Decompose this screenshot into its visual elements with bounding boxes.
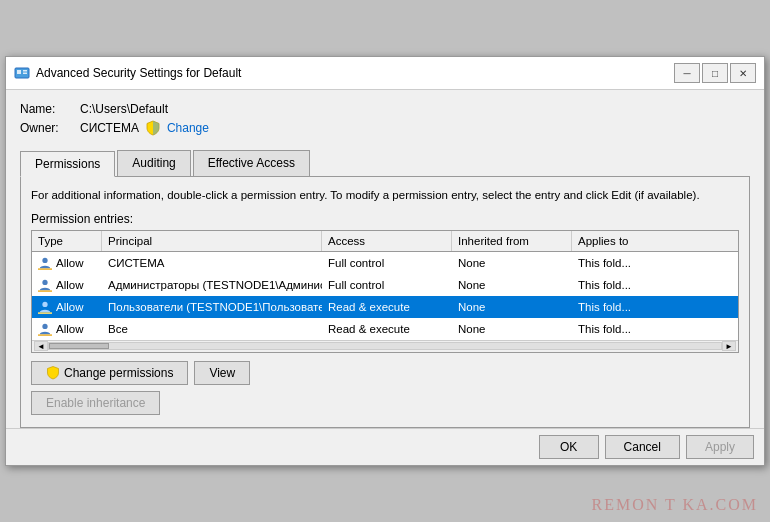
window-title: Advanced Security Settings for Default [36,66,674,80]
svg-point-5 [42,279,47,284]
row3-applies: This fold... [572,296,672,318]
perm-entries-label: Permission entries: [31,212,739,226]
window-controls: ─ □ ✕ [674,63,756,83]
row2-access: Full control [322,274,452,296]
table-row[interactable]: Allow Пользователи (TESTNODE1\Пользовате… [32,296,738,318]
enable-inheritance-row: Enable inheritance [31,391,739,421]
cancel-button[interactable]: Cancel [605,435,680,459]
scroll-right-arrow[interactable]: ► [722,341,736,351]
horizontal-scrollbar[interactable]: ◄ ► [32,340,738,352]
permissions-table: Type Principal Access Inherited from App… [31,230,739,353]
user-icon [38,322,52,336]
table-row[interactable]: Allow Администраторы (TESTNODE1\Админист… [32,274,738,296]
row4-principal: Все [102,318,322,340]
ok-button[interactable]: OK [539,435,599,459]
user-icon [38,278,52,292]
owner-section: СИСТЕМА Change [80,120,209,136]
minimize-button[interactable]: ─ [674,63,700,83]
bottom-buttons: Change permissions View [31,353,739,391]
scroll-left-arrow[interactable]: ◄ [34,341,48,351]
row2-principal: Администраторы (TESTNODE1\Администраторы… [102,274,322,296]
row4-applies: This fold... [572,318,672,340]
svg-rect-1 [17,70,21,74]
apply-button[interactable]: Apply [686,435,754,459]
row3-access: Read & execute [322,296,452,318]
enable-inheritance-button[interactable]: Enable inheritance [31,391,160,415]
table-row[interactable]: Allow Все Read & execute None This fold.… [32,318,738,340]
maximize-button[interactable]: □ [702,63,728,83]
svg-rect-3 [23,73,27,75]
table-body: Allow СИСТЕМА Full control None This fol… [32,252,738,340]
row4-inherited: None [452,318,572,340]
main-window: Advanced Security Settings for Default ─… [5,56,765,465]
row3-inherited: None [452,296,572,318]
row3-type: Allow [32,296,102,318]
shield-icon [145,120,161,136]
tab-permissions[interactable]: Permissions [20,151,115,177]
col-inherited: Inherited from [452,231,572,251]
tab-effective-access[interactable]: Effective Access [193,150,310,176]
tab-content-permissions: For additional information, double-click… [20,176,750,427]
window-content: Name: C:\Users\Default Owner: СИСТЕМА Ch… [6,90,764,427]
change-permissions-button[interactable]: Change permissions [31,361,188,385]
col-principal: Principal [102,231,322,251]
name-value: C:\Users\Default [80,102,168,116]
owner-value: СИСТЕМА [80,121,139,135]
svg-point-6 [42,301,47,306]
col-type: Type [32,231,102,251]
svg-point-4 [42,257,47,262]
col-applies: Applies to [572,231,672,251]
row1-access: Full control [322,252,452,274]
dialog-footer: OK Cancel Apply [6,428,764,465]
row2-inherited: None [452,274,572,296]
shield-small-icon [46,366,60,380]
row2-applies: This fold... [572,274,672,296]
tab-auditing[interactable]: Auditing [117,150,190,176]
table-header: Type Principal Access Inherited from App… [32,231,738,252]
title-bar: Advanced Security Settings for Default ─… [6,57,764,90]
watermark: REMON T KA.COM [591,496,758,514]
change-owner-link[interactable]: Change [167,121,209,135]
row4-type: Allow [32,318,102,340]
scrollbar-thumb[interactable] [49,343,109,349]
row1-applies: This fold... [572,252,672,274]
owner-row: Owner: СИСТЕМА Change [20,120,750,136]
svg-rect-2 [23,70,27,72]
close-button[interactable]: ✕ [730,63,756,83]
user-icon [38,300,52,314]
row1-inherited: None [452,252,572,274]
window-icon [14,65,30,81]
row1-type: Allow [32,252,102,274]
name-row: Name: C:\Users\Default [20,102,750,116]
user-icon [38,256,52,270]
tab-bar: Permissions Auditing Effective Access [20,150,750,176]
view-button[interactable]: View [194,361,250,385]
svg-point-7 [42,323,47,328]
row3-principal: Пользователи (TESTNODE1\Пользователи) [102,296,322,318]
col-access: Access [322,231,452,251]
owner-label: Owner: [20,121,80,135]
row2-type: Allow [32,274,102,296]
scrollbar-track[interactable] [48,342,722,350]
row1-principal: СИСТЕМА [102,252,322,274]
table-row[interactable]: Allow СИСТЕМА Full control None This fol… [32,252,738,274]
name-label: Name: [20,102,80,116]
row4-access: Read & execute [322,318,452,340]
info-text: For additional information, double-click… [31,187,739,203]
